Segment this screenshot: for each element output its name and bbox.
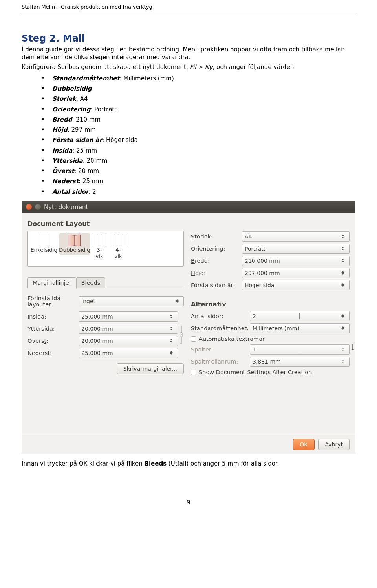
bottom-field[interactable]: 25,000 mm bbox=[79, 348, 178, 358]
page-header: Staffan Melin – Grafisk produktion med f… bbox=[22, 0, 355, 13]
inside-field[interactable]: 25,000 mm bbox=[79, 311, 178, 322]
orientation-combo[interactable]: Porträtt bbox=[242, 244, 350, 254]
link-margins-icon[interactable] bbox=[179, 325, 184, 344]
unit-combo[interactable]: Millimeters (mm) bbox=[250, 323, 350, 333]
section-document-layout: Document Layout bbox=[27, 220, 184, 228]
margin-tabs: Marginallinjer Bleeds bbox=[27, 277, 184, 288]
checkbox-icon bbox=[191, 370, 196, 375]
pages-label: Antal sidor: bbox=[191, 313, 250, 319]
tab-bleeds[interactable]: Bleeds bbox=[76, 277, 106, 288]
width-label: Bredd: bbox=[191, 258, 242, 264]
outside-label: Yttersida: bbox=[27, 326, 79, 332]
orientation-label: Orientering: bbox=[191, 246, 242, 252]
trifold-icon bbox=[94, 235, 105, 245]
preset-combo[interactable]: Inget bbox=[79, 296, 184, 306]
dialog-title: Nytt dokument bbox=[44, 204, 88, 211]
gap-field: 3,881 mm bbox=[250, 357, 350, 367]
ok-button[interactable]: OK bbox=[293, 439, 314, 450]
checkbox-icon bbox=[191, 336, 196, 342]
inside-label: Insida: bbox=[27, 313, 79, 320]
printer-margins-button[interactable]: Skrivarmarginaler... bbox=[117, 363, 184, 374]
firstpage-label: Första sidan är: bbox=[191, 282, 242, 288]
single-page-icon bbox=[40, 235, 48, 245]
tab-margins[interactable]: Marginallinjer bbox=[27, 277, 77, 288]
height-label: Höjd: bbox=[191, 270, 242, 276]
layout-double[interactable]: Dubbelsidig bbox=[59, 233, 90, 255]
layout-single[interactable]: Enkelsidig bbox=[29, 233, 59, 255]
bottom-label: Nederst: bbox=[27, 350, 79, 356]
size-combo[interactable]: A4 bbox=[242, 231, 350, 242]
section-options: Alternativ bbox=[191, 300, 350, 308]
intro-paragraph: I denna guide gör vi dessa steg i en bes… bbox=[22, 46, 355, 62]
columns-field: 1 bbox=[250, 344, 350, 355]
preset-label: Förinställda layouter: bbox=[27, 295, 79, 308]
closing-paragraph: Innan vi trycker på OK klickar vi på fli… bbox=[22, 460, 355, 468]
top-label: Överst: bbox=[27, 338, 79, 344]
page-number: 9 bbox=[22, 499, 355, 506]
text-cursor-icon: I bbox=[351, 342, 354, 352]
svg-rect-0 bbox=[181, 333, 182, 334]
autoframes-checkbox[interactable]: Automatiska textramar bbox=[191, 336, 350, 342]
svg-rect-1 bbox=[181, 335, 182, 337]
quadfold-icon bbox=[111, 235, 126, 245]
config-paragraph: Konfigurera Scribus genom att skapa ett … bbox=[22, 63, 355, 71]
unit-label: Standardmåttenhet: bbox=[191, 325, 250, 331]
layout-quadfold[interactable]: 4- vik bbox=[109, 233, 128, 261]
height-field[interactable]: 297,000 mm bbox=[242, 268, 350, 278]
parameter-list: Standardmåttemhet: Millimeters (mm) Dubb… bbox=[41, 73, 355, 197]
dialog-titlebar: Nytt dokument bbox=[22, 201, 355, 213]
layout-panel: Enkelsidig Dubbelsidig 3- vik 4- vik bbox=[27, 231, 184, 267]
outside-field[interactable]: 20,000 mm bbox=[79, 324, 178, 334]
width-field[interactable]: 210,000 mm bbox=[242, 256, 350, 266]
size-label: Storlek: bbox=[191, 233, 242, 240]
step-title: Steg 2. Mall bbox=[22, 33, 355, 44]
top-field[interactable]: 20,000 mm bbox=[79, 336, 178, 346]
close-icon[interactable] bbox=[26, 204, 32, 210]
columns-label: Spalter: bbox=[191, 346, 250, 353]
new-document-dialog: Nytt dokument I Document Layout Enkelsid… bbox=[22, 201, 355, 454]
firstpage-combo[interactable]: Höger sida bbox=[242, 280, 350, 290]
dialog-footer: OK Avbryt bbox=[22, 435, 355, 454]
double-page-icon bbox=[69, 235, 81, 245]
show-settings-checkbox[interactable]: Show Document Settings After Creation bbox=[191, 369, 350, 375]
gap-label: Spaltmellanrum: bbox=[191, 359, 250, 365]
cancel-button[interactable]: Avbryt bbox=[318, 439, 350, 450]
minimize-icon[interactable] bbox=[35, 204, 41, 210]
layout-trifold[interactable]: 3- vik bbox=[90, 233, 109, 261]
pages-field[interactable]: 2 bbox=[250, 311, 350, 321]
